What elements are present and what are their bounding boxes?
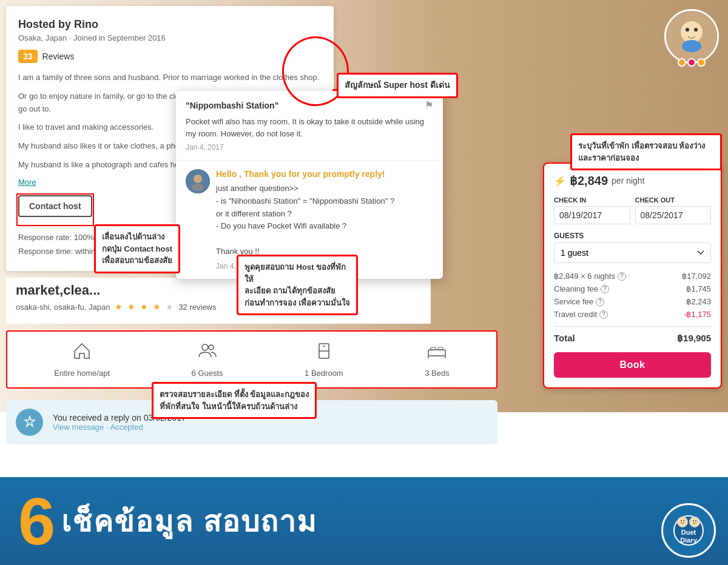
annotation-checkin: ระบุวันที่เข้าพัก เพื่อตรวจสอบ ห้องว่าง …	[570, 133, 722, 170]
cleaning-total: ฿1,745	[686, 284, 711, 293]
price-breakdown: ฿2,849 × 6 nights ? ฿17,092 Cleaning fee…	[554, 272, 711, 319]
annotation-chat-tip: พูดคุยสอบถาม Host ของที่พักให้ ละเอียด ถ…	[237, 255, 358, 315]
bottom-banner: 6 เช็คข้อมูล สอบถาม	[0, 477, 728, 565]
svg-point-6	[194, 175, 202, 183]
bedroom-icon	[314, 341, 334, 365]
superhost-badge	[678, 58, 706, 67]
cleaning-line: Cleaning fee ? ฿1,745	[554, 284, 711, 293]
notification-sub-link[interactable]: View message · Accepted	[53, 423, 488, 432]
service-line: Service fee ? ฿2,243	[554, 297, 711, 306]
guests-section: Guests 1 guest	[554, 232, 711, 263]
cleaning-help[interactable]: ?	[601, 285, 609, 293]
reviews-badge: 33	[18, 50, 38, 63]
travel-credit-label: Travel credit ?	[554, 310, 608, 319]
contact-host-button[interactable]: Contact host	[18, 195, 92, 217]
total-line: Total ฿19,905	[554, 326, 711, 344]
svg-point-17	[693, 520, 694, 521]
host-bio-1: I am a family of three sons and husband.…	[18, 72, 322, 84]
home-icon	[72, 341, 92, 365]
guests-icon	[198, 341, 217, 365]
chat-station-name: "Nippombashi Station"	[186, 101, 278, 110]
total-amount: ฿19,905	[677, 333, 711, 344]
amenity-beds-label: 3 Beds	[425, 369, 449, 378]
svg-point-15	[681, 520, 682, 521]
service-help[interactable]: ?	[596, 298, 604, 306]
host-name: Hosted by Rino	[18, 18, 322, 31]
svg-point-18	[695, 520, 696, 521]
guests-select[interactable]: 1 guest	[554, 242, 711, 263]
chat-station-text: Pocket wifi also has my room. It is okay…	[186, 116, 433, 139]
chat-station-message: "Nippombashi Station" ⚑ Pocket wifi also…	[176, 91, 443, 161]
check-in-label: Check In	[554, 196, 630, 204]
annotation-superhost: สัญลักษณ์ Super host ดีเด่น	[337, 73, 458, 98]
annotation-contact-tip: เลื่อนลงไปด้านล่าง กดปุ่ม Contact host เ…	[94, 224, 180, 273]
service-total: ฿2,243	[686, 297, 711, 306]
check-in-value[interactable]: 08/19/2017	[554, 206, 630, 224]
per-night-label: per night	[612, 176, 644, 186]
star-4: ★	[153, 302, 161, 312]
listing-location: osaka-shi, osaka-fu, Japan	[16, 303, 110, 312]
svg-point-7	[192, 184, 204, 191]
nights-help[interactable]: ?	[618, 272, 626, 281]
travel-credit-total: -฿1,175	[684, 310, 711, 319]
host-location: Osaka, Japan · Joined in September 2016	[18, 33, 322, 42]
duet-text: Duet	[677, 529, 700, 537]
beds-icon	[427, 341, 447, 365]
amenity-guests: 6 Guests	[192, 341, 223, 378]
nights-total: ฿17,092	[682, 272, 711, 281]
booking-widget: ⚡ ฿2,849 per night Check In 08/19/2017 C…	[543, 162, 722, 389]
check-out-box: Check Out 08/25/2017	[635, 196, 712, 224]
amenity-home: Entire home/apt	[54, 341, 110, 378]
chat-flag-icon: ⚑	[425, 99, 433, 111]
reviews-label: Reviews	[42, 52, 75, 61]
chat-reply-title: Hello , Thank you for your promptly repl…	[216, 169, 433, 179]
price-header: ⚡ ฿2,849 per night	[554, 173, 711, 188]
listing-subtitle: osaka-shi, osaka-fu, Japan ★ ★ ★ ★ ★ 32 …	[16, 302, 421, 312]
banner-thai-text: เช็คข้อมูล สอบถาม	[61, 498, 317, 544]
banner-number: 6	[18, 488, 55, 555]
amenities-bar: Entire home/apt 6 Guests 1 Bedroom	[6, 330, 497, 389]
travel-credit-line: Travel credit ? -฿1,175	[554, 310, 711, 319]
svg-point-3	[694, 28, 698, 32]
svg-point-16	[683, 520, 684, 521]
notification-icon	[16, 409, 43, 436]
nights-line: ฿2,849 × 6 nights ? ฿17,092	[554, 272, 711, 281]
check-in-box: Check In 08/19/2017	[554, 196, 630, 224]
listing-reviews: 32 reviews	[178, 303, 216, 312]
svg-point-2	[686, 28, 689, 32]
amenity-bedroom: 1 Bedroom	[305, 341, 343, 378]
amenity-home-label: Entire home/apt	[54, 369, 110, 378]
svg-point-1	[681, 21, 703, 43]
nights-label: ฿2,849 × 6 nights ?	[554, 272, 626, 281]
amenity-beds: 3 Beds	[425, 341, 449, 378]
svg-point-9	[209, 345, 214, 350]
star-2: ★	[127, 302, 135, 312]
chat-reply-text: just another question>> - is "Nihonbashi…	[216, 182, 433, 258]
svg-point-8	[202, 344, 208, 350]
host-avatar	[664, 9, 719, 64]
cleaning-label: Cleaning fee ?	[554, 284, 609, 293]
amenity-bedroom-label: 1 Bedroom	[305, 369, 343, 378]
lightning-icon: ⚡	[554, 175, 566, 187]
reviews-row: 33 Reviews	[18, 50, 322, 63]
host-avatar-container	[664, 9, 719, 64]
svg-rect-11	[428, 350, 445, 356]
total-label: Total	[554, 333, 575, 344]
travel-help[interactable]: ?	[599, 310, 608, 319]
annotation-amenity-tip: ตรวจสอบรายละเอียด ที่ตั้ง ข้อมูลและกฎของ…	[152, 382, 317, 419]
listing-title: market,clea...	[16, 282, 421, 298]
service-label: Service fee ?	[554, 297, 604, 306]
date-row: Check In 08/19/2017 Check Out 08/25/2017	[554, 196, 711, 224]
chat-reply-avatar	[186, 169, 210, 193]
check-out-label: Check Out	[635, 196, 712, 204]
amenity-guests-label: 6 Guests	[192, 369, 223, 378]
chat-station-date: Jan 4, 2017	[186, 143, 433, 152]
svg-point-4	[682, 40, 701, 52]
star-3: ★	[140, 302, 148, 312]
check-out-value[interactable]: 08/25/2017	[635, 206, 712, 224]
guests-label: Guests	[554, 232, 711, 240]
chat-popup: "Nippombashi Station" ⚑ Pocket wifi also…	[176, 91, 443, 279]
duet-diary-logo: Duet Diary	[661, 503, 716, 558]
book-button[interactable]: Book	[554, 352, 711, 378]
price-amount: ฿2,849	[570, 173, 608, 188]
